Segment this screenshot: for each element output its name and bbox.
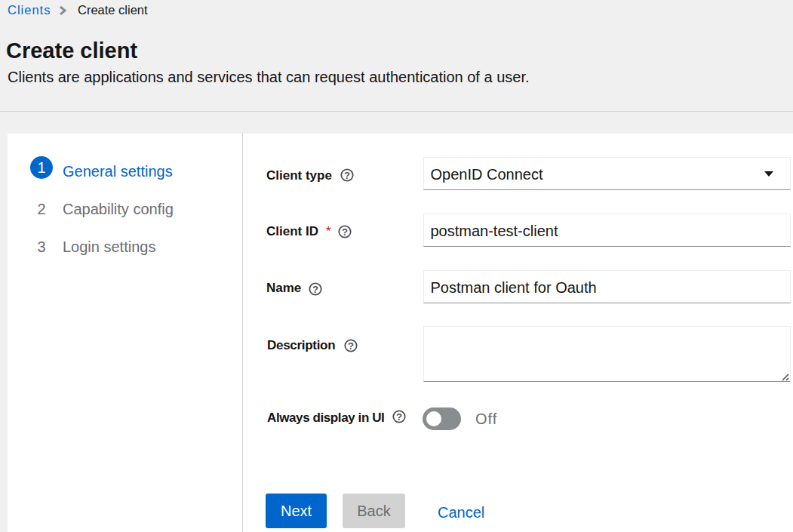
svg-text:?: ? — [348, 340, 354, 351]
svg-text:?: ? — [312, 283, 318, 294]
svg-text:?: ? — [344, 170, 350, 181]
svg-text:?: ? — [342, 226, 348, 237]
svg-text:?: ? — [396, 411, 402, 422]
